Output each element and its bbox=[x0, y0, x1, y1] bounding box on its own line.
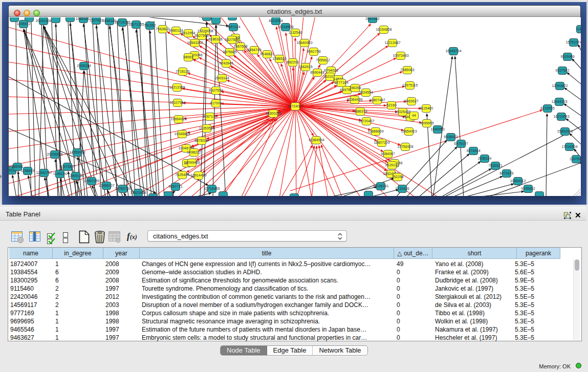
svg-text:8186328: 8186328 bbox=[208, 37, 222, 41]
svg-text:62160: 62160 bbox=[386, 103, 397, 107]
svg-text:16210643: 16210643 bbox=[553, 115, 569, 118]
svg-text:9777169: 9777169 bbox=[334, 81, 348, 84]
svg-text:1156819: 1156819 bbox=[21, 169, 35, 172]
svg-text:2803144: 2803144 bbox=[215, 76, 229, 80]
svg-text:12093822: 12093822 bbox=[552, 84, 568, 87]
svg-text:917004: 917004 bbox=[210, 101, 222, 105]
svg-text:1615132: 1615132 bbox=[385, 163, 399, 167]
svg-text:1405572: 1405572 bbox=[16, 22, 30, 26]
svg-text:44: 44 bbox=[412, 114, 416, 117]
svg-text:16914479: 16914479 bbox=[190, 173, 206, 177]
svg-text:7485063: 7485063 bbox=[400, 68, 414, 72]
svg-text:1498222: 1498222 bbox=[187, 150, 201, 154]
svg-text:14136141: 14136141 bbox=[373, 184, 388, 188]
svg-text:10807487: 10807487 bbox=[369, 98, 385, 102]
svg-text:7857224: 7857224 bbox=[226, 25, 240, 29]
svg-text:12213987: 12213987 bbox=[384, 41, 400, 45]
svg-text:19756928: 19756928 bbox=[397, 145, 413, 148]
svg-text:3875685: 3875685 bbox=[223, 50, 236, 54]
svg-text:2718126: 2718126 bbox=[176, 70, 189, 73]
svg-text:12905135: 12905135 bbox=[68, 174, 83, 178]
svg-text:9245652: 9245652 bbox=[521, 187, 535, 190]
svg-text:11923468: 11923468 bbox=[130, 191, 146, 194]
svg-text:15720407: 15720407 bbox=[358, 119, 374, 123]
svg-text:20206576: 20206576 bbox=[47, 152, 62, 156]
svg-text:19218506: 19218506 bbox=[277, 25, 293, 29]
svg-text:8215955: 8215955 bbox=[540, 106, 554, 110]
svg-text:2087652: 2087652 bbox=[365, 17, 379, 20]
svg-text:9327508: 9327508 bbox=[225, 38, 238, 41]
svg-text:16648764: 16648764 bbox=[445, 49, 461, 53]
svg-text:10107554: 10107554 bbox=[169, 101, 185, 104]
svg-text:7663822: 7663822 bbox=[156, 27, 169, 31]
svg-text:9227542: 9227542 bbox=[555, 69, 569, 72]
svg-text:3824554: 3824554 bbox=[359, 91, 373, 94]
svg-text:15892971: 15892971 bbox=[557, 129, 573, 133]
svg-text:10958107: 10958107 bbox=[98, 184, 114, 187]
svg-text:746266: 746266 bbox=[349, 86, 361, 90]
svg-text:8990448: 8990448 bbox=[310, 71, 324, 74]
svg-text:16154808: 16154808 bbox=[376, 28, 391, 31]
svg-text:19384554: 19384554 bbox=[308, 138, 324, 142]
svg-text:6794028: 6794028 bbox=[324, 69, 338, 72]
svg-text:5938923: 5938923 bbox=[444, 135, 458, 139]
svg-text:10973493: 10973493 bbox=[393, 54, 408, 57]
svg-text:9115460: 9115460 bbox=[420, 106, 433, 110]
svg-text:11172: 11172 bbox=[576, 27, 581, 31]
svg-text:18300295: 18300295 bbox=[265, 112, 281, 115]
svg-text:1733426: 1733426 bbox=[395, 187, 409, 190]
svg-text:18807209: 18807209 bbox=[374, 141, 389, 144]
svg-text:12942757: 12942757 bbox=[36, 171, 52, 174]
svg-text:6479197: 6479197 bbox=[454, 142, 468, 145]
svg-text:7886372: 7886372 bbox=[353, 110, 367, 113]
svg-text:252254: 252254 bbox=[391, 175, 403, 179]
svg-text:8267130: 8267130 bbox=[203, 115, 216, 118]
svg-text:8454749: 8454749 bbox=[247, 48, 261, 52]
svg-text:1640953: 1640953 bbox=[430, 127, 444, 131]
svg-text:17957255: 17957255 bbox=[83, 179, 99, 183]
svg-text:12444193: 12444193 bbox=[551, 100, 567, 103]
svg-text:8471676: 8471676 bbox=[499, 171, 513, 175]
svg-text:9242848: 9242848 bbox=[219, 61, 233, 65]
svg-text:1588520: 1588520 bbox=[272, 57, 286, 60]
svg-text:7632621: 7632621 bbox=[488, 164, 502, 167]
svg-text:1132546: 1132546 bbox=[289, 31, 302, 34]
svg-text:882203: 882203 bbox=[287, 60, 298, 64]
svg-text:98963: 98963 bbox=[183, 55, 193, 59]
svg-text:9329966: 9329966 bbox=[560, 55, 574, 58]
svg-text:10688609: 10688609 bbox=[367, 129, 383, 133]
svg-text:17359928: 17359928 bbox=[69, 150, 85, 154]
svg-text:18724007: 18724007 bbox=[287, 104, 303, 108]
svg-text:12213389: 12213389 bbox=[169, 85, 185, 89]
svg-text:14099489: 14099489 bbox=[184, 161, 200, 164]
svg-text:9084067: 9084067 bbox=[381, 152, 395, 156]
svg-text:7955812: 7955812 bbox=[316, 58, 330, 62]
svg-text:9657771: 9657771 bbox=[168, 185, 182, 188]
svg-text:20364436: 20364436 bbox=[346, 98, 362, 101]
svg-text:8813054: 8813054 bbox=[269, 19, 282, 23]
svg-text:2905334: 2905334 bbox=[77, 64, 91, 68]
svg-text:8912954: 8912954 bbox=[181, 31, 195, 35]
svg-text:16671355: 16671355 bbox=[128, 23, 144, 26]
svg-text:1167533: 1167533 bbox=[570, 157, 581, 161]
svg-text:15716485: 15716485 bbox=[204, 187, 220, 190]
svg-text:1527602: 1527602 bbox=[89, 18, 103, 22]
svg-text:1562615: 1562615 bbox=[298, 65, 312, 69]
svg-text:19166825: 19166825 bbox=[174, 132, 190, 136]
svg-text:10975867: 10975867 bbox=[59, 165, 75, 168]
svg-text:1145194: 1145194 bbox=[53, 172, 67, 176]
svg-text:8427552: 8427552 bbox=[209, 89, 223, 92]
svg-text:9463627: 9463627 bbox=[404, 99, 418, 103]
svg-text:751552: 751552 bbox=[144, 24, 156, 27]
svg-text:2867608: 2867608 bbox=[233, 45, 247, 48]
svg-text:9474444: 9474444 bbox=[466, 149, 480, 152]
svg-text:15640910: 15640910 bbox=[296, 41, 312, 45]
svg-text:16782759: 16782759 bbox=[115, 187, 130, 190]
svg-text:7625402: 7625402 bbox=[175, 173, 189, 177]
svg-text:10654112: 10654112 bbox=[510, 179, 526, 183]
svg-text:8878334: 8878334 bbox=[194, 139, 208, 142]
svg-text:185061: 185061 bbox=[11, 165, 23, 168]
svg-text:20091406: 20091406 bbox=[35, 19, 51, 23]
svg-text:2935114: 2935114 bbox=[478, 157, 492, 160]
svg-text:16543382: 16543382 bbox=[187, 41, 203, 45]
